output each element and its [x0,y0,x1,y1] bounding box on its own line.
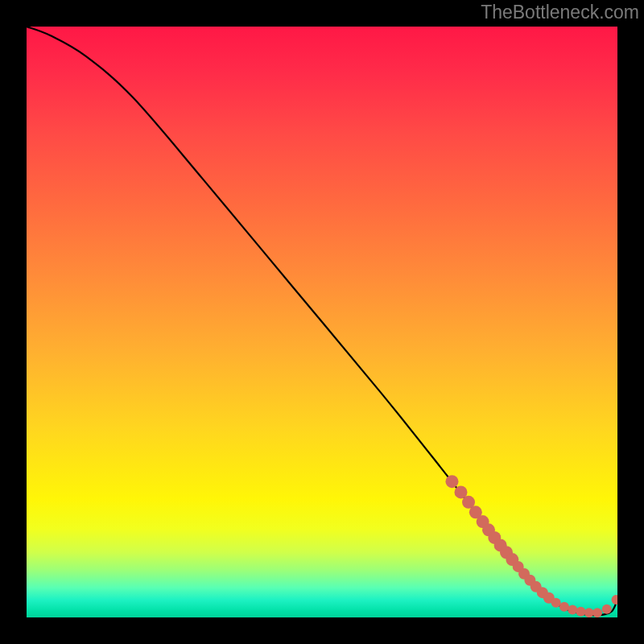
data-point [568,605,577,614]
chart-container: TheBottleneck.com [0,0,644,644]
data-point [612,595,617,605]
data-point [592,608,602,617]
bottleneck-curve [27,27,617,615]
data-point [602,605,612,614]
plot-area [27,27,617,617]
watermark-text: TheBottleneck.com [481,2,639,23]
plot-svg [27,27,617,617]
data-point [576,607,585,617]
highlighted-points-group [445,475,617,617]
data-point [551,598,561,608]
data-point [445,475,458,488]
data-point [584,608,594,617]
data-point [559,602,569,612]
